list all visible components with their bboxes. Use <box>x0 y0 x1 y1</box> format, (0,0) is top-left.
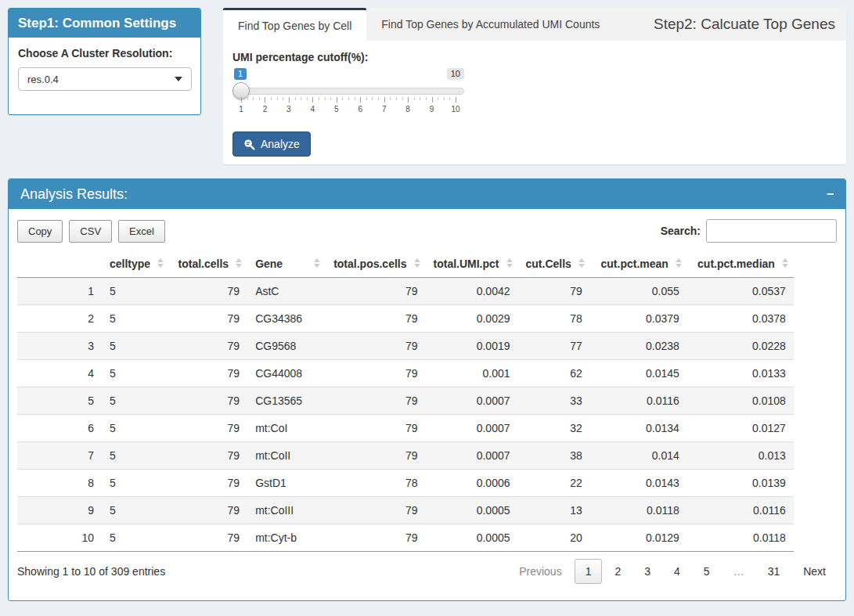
column-header-label: total.pos.cells <box>333 258 406 270</box>
sort-arrows-icon <box>676 258 683 269</box>
table-cell: 79 <box>169 333 247 360</box>
table-row[interactable]: 9579mt:CoIII790.0005130.01180.0116 <box>17 497 794 524</box>
tab-find-top-genes-by-accumulated-umi-counts[interactable]: Find Top Genes by Accumulated UMI Counts <box>366 8 614 41</box>
slider-tick <box>456 97 456 103</box>
table-row[interactable]: 6579mt:CoI790.0007320.01340.0127 <box>17 415 794 442</box>
table-cell: 5 <box>102 387 169 415</box>
umi-cutoff-slider: 1 10 12345678910 <box>232 68 464 118</box>
slider-tick-label: 6 <box>358 105 362 113</box>
slider-tick <box>384 97 385 103</box>
slider-tick-label: 7 <box>382 105 387 113</box>
slider-tick <box>283 97 283 100</box>
next-page-button[interactable]: Next <box>792 559 837 584</box>
column-header-total.cells[interactable]: total.cells <box>169 250 247 278</box>
table-cell: 79 <box>326 415 425 442</box>
table-cell: 79 <box>326 305 425 333</box>
column-header-cut.Cells[interactable]: cut.Cells <box>518 250 590 278</box>
column-header-celltype[interactable]: celltype <box>102 250 169 278</box>
table-row[interactable]: 3579CG9568790.0019770.02380.0228 <box>17 333 794 360</box>
column-header-Gene[interactable]: Gene <box>247 250 326 278</box>
slider-tick <box>319 97 319 100</box>
slider-tick <box>289 97 290 103</box>
slider-tick <box>372 97 373 100</box>
column-header-label: cut.pct.mean <box>601 258 668 270</box>
sort-arrows-icon <box>314 258 321 269</box>
collapse-icon[interactable]: − <box>827 188 834 200</box>
page-button-2[interactable]: 2 <box>604 559 632 584</box>
slider-value-badge: 1 <box>234 68 247 80</box>
table-cell: mt:Cyt-b <box>247 524 326 552</box>
column-header-label: cut.Cells <box>526 258 571 270</box>
cluster-resolution-select[interactable]: res.0.4 <box>18 67 192 91</box>
copy-button[interactable]: Copy <box>17 220 63 243</box>
table-row[interactable]: 10579mt:Cyt-b790.0005200.01290.0118 <box>17 524 794 552</box>
pagination: Previous12345…31Next <box>506 559 837 584</box>
tab-find-top-genes-by-cell[interactable]: Find Top Genes by Cell <box>223 8 366 41</box>
slider-tick-label: 8 <box>405 105 410 113</box>
table-cell: 0.0118 <box>687 524 794 552</box>
table-cell: mt:CoII <box>247 442 326 470</box>
table-info: Showing 1 to 10 of 309 entries <box>17 565 165 578</box>
page-button-3[interactable]: 3 <box>633 559 661 584</box>
table-cell: 0.0116 <box>590 387 687 415</box>
page-button-1[interactable]: 1 <box>575 559 603 584</box>
table-cell: 5 <box>102 470 169 497</box>
slider-tick <box>420 97 420 100</box>
rowname-column-header <box>17 250 102 278</box>
page-button-5[interactable]: 5 <box>693 559 721 584</box>
slider-tick <box>271 97 272 100</box>
slider-tick-label: 9 <box>430 105 434 113</box>
table-row[interactable]: 4579CG44008790.001620.01450.0133 <box>17 360 794 387</box>
column-header-cut.pct.median[interactable]: cut.pct.median <box>687 250 794 278</box>
table-cell: CG34386 <box>247 305 326 333</box>
table-cell: 79 <box>326 278 425 305</box>
table-cell: 77 <box>518 333 590 360</box>
table-cell: 5 <box>102 497 169 524</box>
table-cell: 79 <box>169 305 247 333</box>
table-row[interactable]: 2579CG34386790.0029780.03790.0378 <box>17 305 794 333</box>
slider-tick <box>342 97 343 100</box>
table-cell: 5 <box>102 415 169 442</box>
table-cell: 79 <box>169 387 247 415</box>
table-row[interactable]: 5579CG13565790.0007330.01160.0108 <box>17 387 794 415</box>
table-cell: CG44008 <box>247 360 326 387</box>
table-row[interactable]: 7579mt:CoII790.0007380.0140.013 <box>17 442 794 470</box>
slider-tick <box>277 97 278 100</box>
analyze-button-label: Analyze <box>261 138 300 150</box>
table-cell: mt:CoIII <box>247 497 326 524</box>
analyze-button[interactable]: Analyze <box>232 131 311 157</box>
column-header-total.pos.cells[interactable]: total.pos.cells <box>326 250 425 278</box>
table-row[interactable]: 8579GstD1780.0006220.01430.0139 <box>17 470 794 497</box>
step1-panel: Step1: Common Settings Choose A Cluster … <box>8 8 201 115</box>
page-button-31[interactable]: 31 <box>757 559 791 584</box>
table-cell: 0.0005 <box>426 497 518 524</box>
umi-cutoff-label: UMI percentage cutoff(%): <box>232 51 837 63</box>
table-cell: CG13565 <box>247 387 326 415</box>
table-row[interactable]: 1579AstC790.0042790.0550.0537 <box>17 278 794 305</box>
column-header-total.UMI.pct[interactable]: total.UMI.pct <box>426 250 518 278</box>
slider-track[interactable] <box>232 88 464 95</box>
search-input[interactable] <box>706 219 837 243</box>
cluster-resolution-label: Choose A Cluster Resolution: <box>18 47 191 59</box>
table-cell: 0.0238 <box>590 333 687 360</box>
slider-tick <box>396 97 397 100</box>
column-header-cut.pct.mean[interactable]: cut.pct.mean <box>590 250 687 278</box>
excel-button[interactable]: Excel <box>118 220 165 243</box>
slider-tick <box>312 97 313 103</box>
page-button-4[interactable]: 4 <box>663 559 691 584</box>
table-cell: 0.0116 <box>687 497 794 524</box>
table-cell: AstC <box>247 278 326 305</box>
analysis-results-header: Analysis Results: − <box>9 179 845 209</box>
table-cell: 6 <box>17 415 102 442</box>
table-cell: mt:CoI <box>247 415 326 442</box>
table-cell: 0.055 <box>590 278 687 305</box>
results-table-body: 1579AstC790.0042790.0550.05372579CG34386… <box>17 278 794 552</box>
table-cell: 0.0005 <box>426 524 518 552</box>
table-cell: 0.014 <box>590 442 687 470</box>
slider-tick-label: 5 <box>334 105 339 113</box>
table-cell: 0.0145 <box>590 360 687 387</box>
table-cell: 0.0108 <box>687 387 794 415</box>
previous-page-button[interactable]: Previous <box>508 559 572 584</box>
csv-button[interactable]: CSV <box>69 220 112 243</box>
table-cell: 0.0134 <box>590 415 687 442</box>
